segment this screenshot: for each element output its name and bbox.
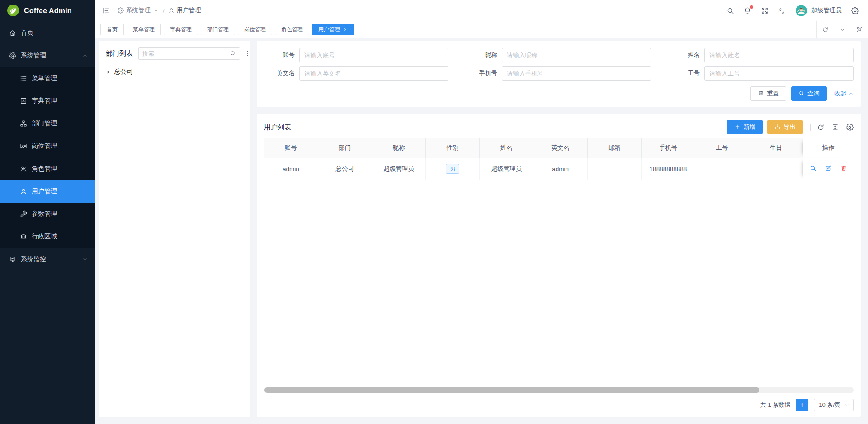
menu-fold-icon[interactable] [102, 6, 110, 14]
column-header: 账号 [264, 138, 318, 158]
maximize-icon[interactable] [851, 21, 868, 38]
page-size-select[interactable]: 10 条/页 [814, 399, 854, 411]
tab-0[interactable]: 首页 [100, 24, 124, 35]
column-header: 部门 [318, 138, 372, 158]
chevron-up-icon [848, 91, 854, 97]
table-title: 用户列表 [264, 123, 291, 132]
sidebar-item-5[interactable]: 岗位管理 [0, 135, 95, 157]
dept-more-icon[interactable] [244, 50, 251, 57]
sidebar-item-2[interactable]: 菜单管理 [0, 67, 95, 90]
tree-node[interactable]: 总公司 [106, 66, 243, 78]
form-input-3[interactable] [299, 66, 448, 81]
collapse-toggle[interactable]: 收起 [834, 90, 854, 98]
form-field-4: 手机号 [467, 66, 651, 81]
column-settings-icon[interactable] [846, 124, 854, 131]
refresh-icon[interactable] [816, 21, 834, 38]
close-icon [344, 27, 348, 32]
search-icon[interactable] [726, 7, 734, 14]
sidebar-item-3[interactable]: 字典管理 [0, 90, 95, 112]
sidebar-item-7[interactable]: 用户管理 [0, 180, 95, 203]
tab-5[interactable]: 角色管理 [275, 24, 309, 35]
column-header: 姓名 [480, 138, 533, 158]
content: 部门列表 总公司 账号 昵称 姓名 英文名 手机号 [95, 38, 868, 424]
view-icon[interactable] [810, 165, 816, 172]
horizontal-scrollbar[interactable] [264, 387, 854, 393]
translate-icon[interactable]: 文A [778, 7, 786, 14]
column-header: 性别 [426, 138, 480, 158]
sidebar-item-1[interactable]: 系统管理 [0, 44, 95, 67]
tab-1[interactable]: 菜单管理 [127, 24, 161, 35]
sidebar-item-9[interactable]: 行政区域 [0, 225, 95, 248]
dept-search-button[interactable] [226, 47, 240, 60]
menu-fold-icon [102, 6, 110, 14]
form-input-2[interactable] [704, 48, 854, 62]
form-input-0[interactable] [299, 48, 448, 62]
avatar[interactable] [795, 5, 807, 17]
form-input-5[interactable] [704, 66, 854, 81]
main-area: 系统管理/用户管理 文A 超级管理员 首页 菜单管理 字典管理 部门管理 岗位管… [95, 0, 868, 424]
table-header-row: 账号部门昵称性别姓名英文名邮箱手机号工号生日操作 [264, 138, 854, 158]
brand: Coffee Admin [0, 0, 95, 22]
topbar: 系统管理/用户管理 文A 超级管理员 [95, 0, 868, 21]
breadcrumb-item[interactable]: 系统管理 [118, 6, 159, 14]
user-table-card: 用户列表 新增 导出 [257, 114, 861, 417]
dept-panel: 部门列表 总公司 [99, 41, 250, 417]
tab-6[interactable]: 用户管理 [312, 24, 354, 35]
download-icon [774, 124, 781, 130]
sidebar-item-0[interactable]: 首页 [0, 22, 95, 44]
sidebar-item-6[interactable]: 角色管理 [0, 157, 95, 180]
tab-3[interactable]: 部门管理 [201, 24, 235, 35]
chevron-down-icon [839, 26, 846, 33]
delete-icon[interactable] [840, 165, 847, 172]
refresh-icon [822, 26, 829, 33]
add-button[interactable]: 新增 [727, 120, 763, 134]
breadcrumb: 系统管理/用户管理 [118, 6, 201, 14]
edit-icon [825, 165, 832, 172]
leaf-icon [6, 4, 20, 17]
gear-icon[interactable] [851, 7, 859, 14]
form-input-4[interactable] [502, 66, 651, 81]
edit-icon[interactable] [825, 165, 832, 172]
sidebar: Coffee Admin 首页 系统管理 菜单管理 字典管理 部门管理 岗位管理… [0, 0, 95, 424]
tab-controls [816, 21, 868, 38]
tab-4[interactable]: 岗位管理 [238, 24, 272, 35]
refresh-icon[interactable] [817, 124, 825, 131]
form-field-0: 账号 [264, 48, 448, 62]
search-icon [726, 7, 734, 14]
caret-right-icon [106, 70, 111, 75]
row-height-icon[interactable] [831, 124, 839, 131]
refresh-icon [817, 124, 825, 131]
chevron-up-icon [848, 91, 854, 96]
line-height-icon [831, 124, 839, 131]
delete-icon [840, 165, 847, 172]
chevron-down-icon [844, 402, 849, 409]
app-root: Coffee Admin 首页 系统管理 菜单管理 字典管理 部门管理 岗位管理… [0, 0, 868, 424]
total-count: 共 1 条数据 [760, 401, 790, 409]
form-input-1[interactable] [502, 48, 651, 62]
table-row: admin总公司超级管理员男超级管理员admin18888888888 [264, 158, 854, 180]
bell-icon[interactable] [744, 7, 751, 14]
fullscreen-icon[interactable] [761, 7, 769, 14]
org-icon [20, 120, 27, 127]
close-icon[interactable] [344, 27, 348, 32]
tab-2[interactable]: 字典管理 [164, 24, 198, 35]
dept-search-input[interactable] [138, 47, 226, 60]
search-icon [798, 90, 805, 96]
avatar-img [795, 5, 807, 17]
export-button[interactable]: 导出 [767, 120, 803, 134]
sidebar-item-4[interactable]: 部门管理 [0, 112, 95, 135]
page-button-1[interactable]: 1 [796, 399, 808, 411]
scrollbar-thumb[interactable] [264, 387, 760, 393]
plus-icon [734, 124, 741, 130]
chevron-down-icon [153, 7, 159, 14]
chevron-down-icon[interactable] [834, 21, 851, 38]
tabbar: 首页 菜单管理 字典管理 部门管理 岗位管理 角色管理 用户管理 [95, 21, 868, 38]
breadcrumb-item[interactable]: 用户管理 [168, 6, 201, 14]
user-name[interactable]: 超级管理员 [811, 6, 842, 14]
sidebar-item-8[interactable]: 参数管理 [0, 203, 95, 225]
sidebar-item-10[interactable]: 系统监控 [0, 248, 95, 271]
dept-panel-title: 部门列表 [106, 49, 133, 58]
reset-button[interactable]: 重置 [750, 86, 786, 101]
search-button[interactable]: 查询 [791, 86, 827, 101]
monitor-icon [9, 256, 16, 263]
